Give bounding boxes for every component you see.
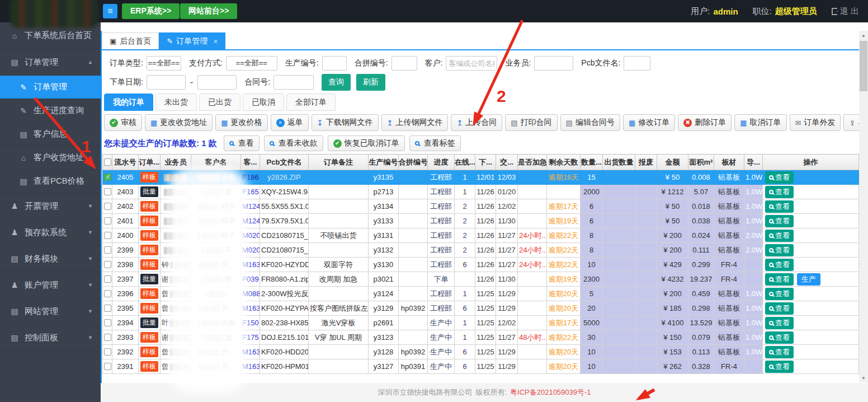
scrollbar-thumb[interactable]: [860, 41, 867, 91]
select-all-checkbox[interactable]: [104, 158, 111, 166]
table-row[interactable]: 2397批量谢锋F039FR8080-A1.zip改周期 加急p3021下单11…: [103, 272, 859, 287]
customer-code-link[interactable]: M124: [242, 202, 260, 211]
sidebar-item-customer-address[interactable]: ⌂客户收货地址: [0, 146, 101, 170]
tab-all-orders[interactable]: 全部订单: [286, 94, 336, 111]
row-checkbox[interactable]: [104, 348, 111, 356]
change-address-button[interactable]: ▦更改收货地址: [145, 114, 213, 131]
table-row[interactable]: 2392样板曾升...M163KF020-HDD20...y3128hp0392…: [103, 345, 859, 359]
pcb-filename-input[interactable]: [624, 56, 650, 71]
footer-icp-link[interactable]: 粤ICP备2021059039号-1: [510, 387, 591, 398]
upload-stencil-button[interactable]: ↥上传钢网文件: [381, 114, 449, 131]
audit-button[interactable]: ✔审核: [104, 114, 142, 131]
row-checkbox[interactable]: [104, 246, 111, 254]
table-row[interactable]: 2394批量叶光电F150802-238-HX85-...激光V穿板p2691生…: [103, 316, 859, 330]
site-front-button[interactable]: 网站前台>>: [180, 3, 237, 19]
refresh-button[interactable]: 刷新: [356, 74, 385, 91]
table-row[interactable]: 2399样板子M020CD21080715_...y3132工程部211/261…: [103, 243, 859, 258]
sidebar-item-website-management[interactable]: ▤网站管理▼: [0, 298, 101, 325]
row-checkbox[interactable]: [104, 217, 111, 225]
table-row[interactable]: 2398样板钟升...M163KF020-HZYDD...双面字符y3130工程…: [103, 258, 859, 272]
table-row[interactable]: 2396样板曾M0882-300W投光反...y3124工程部111/2511/…: [103, 287, 859, 301]
tab-shipped[interactable]: 已出货: [199, 94, 240, 111]
customer-code-link[interactable]: M088: [242, 289, 260, 298]
tab-order-management[interactable]: ✎ 订单管理 ×: [159, 32, 225, 49]
view-unpaid-button[interactable]: 查看未收款: [264, 135, 323, 151]
download-stencil-button[interactable]: ↧下载钢网文件: [312, 114, 379, 131]
table-row[interactable]: 2393样板谢源F175DOJ.E215.101...V穿 加UL 周期y312…: [103, 330, 859, 345]
customer-code-link[interactable]: F165: [242, 188, 259, 196]
row-checkbox[interactable]: [104, 261, 111, 268]
view-order-button[interactable]: 查看: [765, 331, 794, 344]
sidebar-item-deposit-system[interactable]: ♟预存款系统▼: [0, 219, 101, 246]
order-type-select[interactable]: ==全部==: [147, 56, 181, 71]
view-order-button[interactable]: 查看: [765, 361, 794, 373]
sidebar-item-view-pcb-price[interactable]: ▤查看PCB价格: [0, 170, 101, 193]
sidebar-item-customer-info[interactable]: ▤客户信息: [0, 123, 101, 146]
sidebar-item-finance-module[interactable]: ▤财务模块▼: [0, 246, 101, 272]
table-row[interactable]: 2402样板明宇M12455.5X55.5X1.0...y3134工程部211/…: [103, 199, 859, 214]
customer-code-link[interactable]: F186: [242, 173, 259, 181]
table-row[interactable]: 2400样板电子M020CD21080715_...不喷锡出货y3131工程部2…: [103, 228, 859, 243]
erp-system-button[interactable]: ERP系统>>: [122, 3, 180, 19]
view-order-button[interactable]: 查看: [765, 259, 794, 271]
contract-no-input[interactable]: [273, 75, 314, 90]
sidebar-item-invoice-management[interactable]: ♟开票管理▼: [0, 193, 101, 219]
customer-code-link[interactable]: M163: [242, 348, 260, 356]
change-price-button[interactable]: ▦更改价格: [215, 114, 267, 131]
close-tab-icon[interactable]: ×: [213, 37, 218, 46]
upload-contract-button[interactable]: ↥上传合同: [451, 114, 502, 131]
sidebar-item-control-panel[interactable]: ▤控制面板▼: [0, 325, 101, 351]
row-checkbox[interactable]: [104, 319, 111, 326]
merge-no-input[interactable]: [391, 56, 417, 71]
row-checkbox[interactable]: [104, 203, 111, 210]
row-checkbox[interactable]: [104, 305, 111, 312]
view-order-button[interactable]: 查看: [765, 171, 794, 184]
order-date-to-input[interactable]: [197, 75, 237, 90]
order-date-from-input[interactable]: [147, 75, 186, 90]
table-row[interactable]: 2403批量源F165XQY-215W4.9-...p2713工程部111/26…: [103, 185, 859, 199]
row-checkbox[interactable]: [104, 363, 111, 370]
table-row[interactable]: 2405样板光电F186y2826.ZIPy3135工程部112/0112/03…: [103, 170, 859, 185]
sidebar-item-production-progress[interactable]: ✎生产进度查询: [0, 99, 101, 123]
row-checkbox[interactable]: [104, 290, 111, 297]
logout-button[interactable]: 退 出: [832, 6, 859, 17]
modify-order-button[interactable]: ▦修改订单: [623, 114, 675, 131]
tab-my-orders[interactable]: 我的订单: [104, 94, 153, 111]
edit-contract-no-button[interactable]: ▤编辑合同号: [560, 114, 620, 131]
reorder-button[interactable]: »返单: [271, 114, 309, 131]
view-order-button[interactable]: 查看: [765, 200, 794, 213]
customer-code-link[interactable]: M163: [242, 362, 260, 371]
restore-cancelled-button[interactable]: ✔恢复已取消订单: [328, 135, 405, 151]
production-no-input[interactable]: [322, 56, 347, 71]
view-order-button[interactable]: 查看: [765, 317, 794, 329]
table-row[interactable]: 2391样板曾升...M163KF020-HPM01...y3127hp0391…: [103, 359, 859, 374]
vertical-scrollbar[interactable]: ▲ ▼: [859, 31, 868, 382]
row-checkbox[interactable]: [104, 232, 111, 239]
row-checkbox[interactable]: [104, 275, 111, 283]
view-order-button[interactable]: 查看: [765, 186, 794, 198]
view-order-button[interactable]: 查看: [765, 230, 794, 242]
scroll-down-icon[interactable]: ▼: [859, 373, 868, 382]
sidebar-item-order-management-group[interactable]: ▤订单管理▲: [0, 49, 101, 76]
payment-method-select[interactable]: ==全部==: [226, 56, 277, 71]
view-labels-button[interactable]: 查看标签: [409, 135, 461, 151]
customer-code-link[interactable]: M163: [242, 304, 260, 312]
print-contract-button[interactable]: ▤打印合同: [505, 114, 557, 131]
customer-code-link[interactable]: M020: [242, 246, 260, 254]
order-dispatch-button[interactable]: ✉订单外发: [790, 114, 841, 131]
sidebar-item-account-management[interactable]: ♟账户管理▼: [0, 272, 101, 298]
customer-code-link[interactable]: F175: [242, 333, 259, 342]
customer-code-link[interactable]: M124: [242, 217, 260, 225]
view-order-button[interactable]: 查看: [765, 215, 794, 227]
view-order-button[interactable]: 查看: [765, 273, 794, 286]
table-row[interactable]: 2395样板曾升...M163KF020-HZYPA...按客户图纸拼版左...…: [103, 301, 859, 316]
sidebar-item-order-management[interactable]: ✎订单管理: [0, 76, 101, 99]
tab-backend-home[interactable]: ▣ 后台首页: [102, 32, 159, 49]
customer-code-link[interactable]: M020: [242, 231, 260, 240]
customer-code-link[interactable]: F039: [242, 275, 259, 283]
view-order-button[interactable]: 查看: [765, 346, 794, 358]
delete-order-button[interactable]: ✖删除订单: [678, 114, 732, 131]
produce-button[interactable]: 生产: [797, 273, 820, 286]
customer-code-link[interactable]: F150: [242, 319, 259, 327]
view-order-button[interactable]: 查看: [765, 244, 794, 256]
